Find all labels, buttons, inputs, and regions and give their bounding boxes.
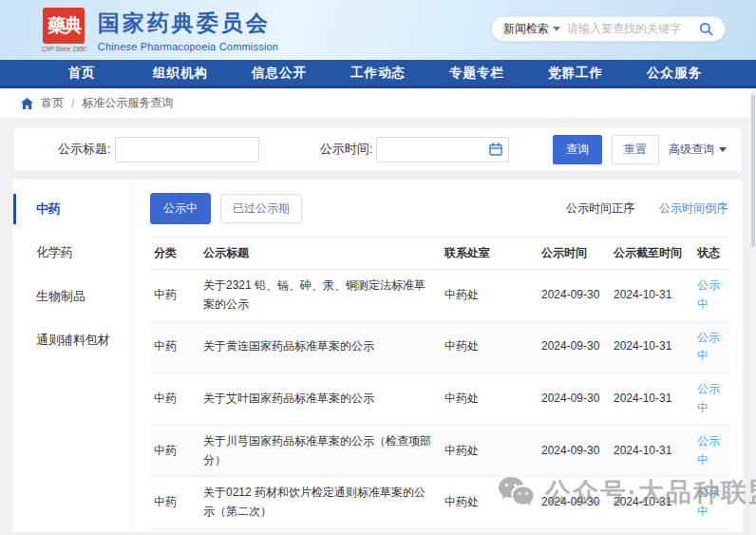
cell-office: 中药处 — [441, 321, 538, 373]
cell-office: 中药处 — [441, 270, 538, 322]
main-content: 中药化学药生物制品通则辅料包材 公示中 已过公示期 公示时间正序 公示时间倒序 … — [13, 180, 743, 532]
cell-title[interactable]: 关于2321 铅、镉、砷、汞、铜测定法标准草案的公示 — [199, 270, 441, 322]
column-header-5: 状态 — [693, 238, 731, 270]
sidebar-item-3[interactable]: 通则辅料包材 — [13, 318, 132, 362]
category-sidebar: 中药化学药生物制品通则辅料包材 — [13, 180, 133, 532]
search-input[interactable]: 请输入要查找的关键字 — [567, 21, 692, 37]
cell-title[interactable]: 关于黄连国家药品标准草案的公示 — [199, 321, 441, 373]
column-header-4: 公示截至时间 — [610, 238, 693, 270]
cell-title[interactable]: 关于0212 药材和饮片检定通则标准草案的公示（第二次） — [199, 477, 441, 529]
breadcrumb-current: 标准公示服务查询 — [82, 95, 173, 111]
brand: 国家药典委员会 Chinese Pharmacopoeia Commission — [98, 9, 278, 52]
cell-end-date: 2024-10-31 — [610, 321, 693, 373]
status-link[interactable]: 公示中 — [697, 382, 720, 414]
advanced-query-label: 高级查询 — [669, 142, 714, 158]
cell-end-date: 2024-10-31 — [610, 373, 693, 426]
cell-publish-date: 2024-09-30 — [538, 528, 610, 532]
query-button[interactable]: 查询 — [553, 135, 602, 164]
reset-button[interactable]: 重置 — [612, 135, 659, 164]
nav-item-1[interactable]: 组织机构 — [131, 65, 230, 82]
table-header-row: 分类公示标题联系处室公示时间公示截至时间状态 — [150, 238, 731, 270]
table-row: 中药关于0212 药材和饮片检定通则标准草案的公示（第二次）中药处2024-09… — [150, 477, 731, 529]
time-filter-label: 公示时间: — [320, 141, 373, 158]
cell-status[interactable]: 公示中 — [693, 373, 731, 426]
title-filter-label: 公示标题: — [58, 141, 111, 158]
cell-office: 中药处 — [441, 528, 538, 532]
logo[interactable]: 藥典 ChP Since 1950 — [42, 8, 86, 52]
nav-item-5[interactable]: 党群工作 — [526, 65, 625, 82]
column-header-1: 公示标题 — [199, 238, 441, 270]
page-scrollbar[interactable] — [750, 91, 756, 535]
status-link[interactable]: 公示中 — [697, 434, 720, 467]
table-row: 中药关于黄连国家药品标准草案的公示中药处2024-09-302024-10-31… — [150, 321, 731, 373]
cell-status[interactable]: 公示中 — [693, 477, 731, 529]
column-header-3: 公示时间 — [538, 238, 610, 270]
breadcrumb-home[interactable]: 首页 — [41, 95, 64, 111]
cell-publish-date: 2024-09-30 — [538, 425, 610, 477]
cell-status[interactable]: 公示中 — [693, 425, 731, 477]
cell-status[interactable]: 公示中 — [693, 528, 731, 532]
status-link[interactable]: 公示中 — [697, 331, 720, 363]
advanced-query-toggle[interactable]: 高级查询 — [669, 142, 727, 158]
nav-item-6[interactable]: 公众服务 — [625, 65, 724, 82]
nav-item-0[interactable]: 首页 — [32, 65, 131, 82]
search-category-dropdown[interactable]: 新闻检索 — [503, 21, 560, 37]
cell-end-date: 2024-10-31 — [610, 270, 693, 322]
status-link[interactable]: 公示中 — [697, 486, 720, 518]
search-icon[interactable] — [699, 22, 713, 36]
cell-status[interactable]: 公示中 — [693, 270, 731, 322]
cell-end-date: 2024-10-31 — [610, 425, 693, 477]
nav-item-3[interactable]: 工作动态 — [329, 65, 427, 82]
tab-expired-publicity[interactable]: 已过公示期 — [220, 194, 302, 223]
cell-title[interactable]: 关于艾叶国家药品标准草案的公示 — [199, 373, 441, 426]
seal-caption: ChP Since 1950 — [42, 46, 86, 52]
cell-publish-date: 2024-09-30 — [538, 373, 610, 426]
sidebar-item-0[interactable]: 中药 — [13, 187, 132, 231]
table-row: 中药关于延胡索（元胡）国家药品标准草案的公示（第二次）中药处2024-09-30… — [150, 528, 731, 532]
status-link[interactable]: 公示中 — [697, 278, 720, 311]
nav-item-4[interactable]: 专题专栏 — [427, 65, 526, 82]
site-subtitle: Chinese Pharmacopoeia Commission — [98, 41, 278, 52]
list-panel: 公示中 已过公示期 公示时间正序 公示时间倒序 分类公示标题联系处室公示时间公示… — [133, 180, 743, 532]
cell-category: 中药 — [150, 528, 199, 532]
nav-item-2[interactable]: 信息公开 — [230, 65, 329, 82]
site-title: 国家药典委员会 — [98, 9, 278, 38]
sort-time-ascending[interactable]: 公示时间正序 — [566, 201, 634, 217]
table-row: 中药关于2321 铅、镉、砷、汞、铜测定法标准草案的公示中药处2024-09-3… — [150, 270, 731, 322]
breadcrumb: 首页 / 标准公示服务查询 — [0, 88, 756, 118]
cell-title[interactable]: 关于延胡索（元胡）国家药品标准草案的公示（第二次） — [199, 528, 441, 532]
cell-office: 中药处 — [441, 477, 538, 529]
cell-category: 中药 — [150, 270, 199, 322]
publicity-table: 分类公示标题联系处室公示时间公示截至时间状态 中药关于2321 铅、镉、砷、汞、… — [150, 237, 731, 532]
cell-title[interactable]: 关于川芎国家药品标准草案的公示（检查项部分） — [199, 425, 441, 477]
cell-publish-date: 2024-09-30 — [538, 270, 610, 322]
column-header-2: 联系处室 — [441, 238, 538, 270]
table-row: 中药关于川芎国家药品标准草案的公示（检查项部分）中药处2024-09-30202… — [150, 425, 731, 477]
cell-office: 中药处 — [441, 373, 538, 426]
calendar-icon[interactable] — [489, 143, 502, 160]
sidebar-item-2[interactable]: 生物制品 — [13, 275, 132, 318]
filter-card: 公示标题: 公示时间: 查询 重置 高级查询 — [13, 127, 743, 171]
site-header: 藥典 ChP Since 1950 国家药典委员会 Chinese Pharma… — [0, 0, 756, 60]
cell-publish-date: 2024-09-30 — [538, 321, 610, 373]
pharmacopoeia-seal-logo: 藥典 — [43, 8, 85, 44]
cell-end-date: 2024-10-31 — [610, 477, 693, 529]
sort-time-descending[interactable]: 公示时间倒序 — [659, 201, 728, 217]
sidebar-item-1[interactable]: 化学药 — [13, 231, 132, 275]
search-category-label: 新闻检索 — [503, 21, 549, 37]
cell-office: 中药处 — [441, 425, 538, 477]
cell-category: 中药 — [150, 373, 199, 426]
cell-publish-date: 2024-09-30 — [538, 477, 610, 529]
tab-in-publicity[interactable]: 公示中 — [150, 193, 211, 224]
cell-status[interactable]: 公示中 — [693, 321, 731, 373]
cell-category: 中药 — [150, 477, 199, 529]
header-search: 新闻检索 请输入要查找的关键字 — [491, 16, 726, 42]
table-row: 中药关于艾叶国家药品标准草案的公示中药处2024-09-302024-10-31… — [150, 373, 731, 426]
chevron-down-icon — [719, 147, 727, 152]
column-header-0: 分类 — [150, 238, 199, 270]
scrollbar-thumb[interactable] — [751, 95, 755, 247]
main-nav: 首页组织机构信息公开工作动态专题专栏党群工作公众服务 — [0, 60, 756, 88]
home-icon[interactable] — [21, 98, 33, 109]
cell-category: 中药 — [150, 425, 199, 477]
title-filter-input[interactable] — [115, 137, 259, 162]
